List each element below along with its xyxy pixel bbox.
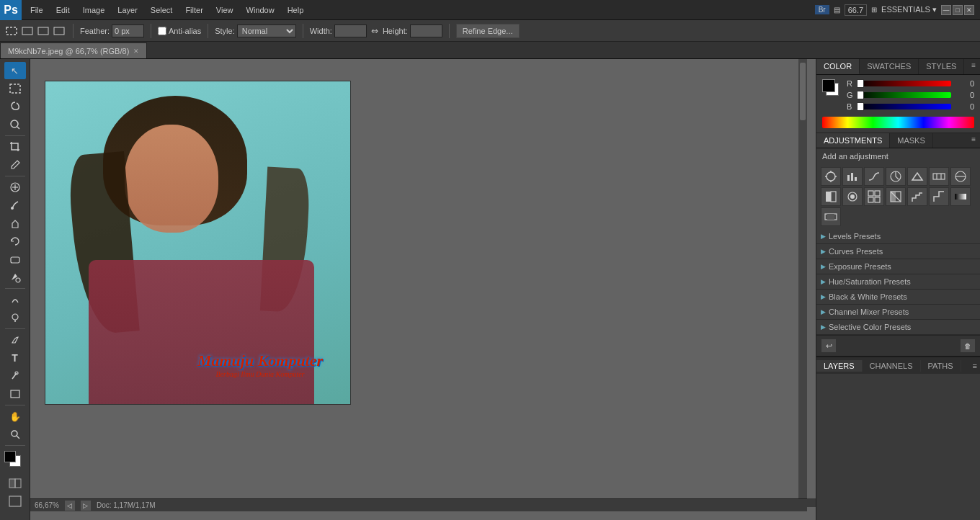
arrange-icon[interactable]: ⊞ — [871, 6, 877, 14]
quick-select-tool[interactable] — [4, 116, 26, 133]
mini-bridge-icon[interactable]: ▤ — [834, 6, 840, 14]
scroll-v[interactable] — [798, 59, 807, 503]
menu-help[interactable]: Help — [282, 4, 310, 16]
document-tab[interactable]: M9kcNb7e.jpeg @ 66,7% (RGB/8) ✕ — [0, 42, 147, 58]
threshold-btn[interactable] — [929, 187, 949, 206]
selective-color-btn[interactable] — [821, 207, 841, 226]
exposure-btn[interactable] — [886, 167, 906, 186]
dodge-tool[interactable] — [4, 309, 26, 326]
minimize-btn[interactable]: — — [941, 5, 951, 15]
swap-dimensions-icon[interactable]: ⇔ — [371, 26, 378, 36]
preset-channel-mixer[interactable]: ▶ Channel Mixer Presets — [816, 305, 980, 320]
hand-tool[interactable]: ✋ — [4, 408, 26, 425]
zoom-stepper-prev[interactable]: ◁ — [65, 501, 75, 511]
tab-color[interactable]: COLOR — [816, 59, 860, 74]
menu-file[interactable]: File — [24, 4, 49, 16]
brightness-contrast-btn[interactable] — [821, 167, 841, 186]
preset-bw[interactable]: ▶ Black & White Presets — [816, 290, 980, 305]
main-layout: ↖ — [0, 59, 980, 520]
tab-styles[interactable]: STYLES — [919, 59, 964, 74]
text-tool[interactable]: T — [4, 349, 26, 367]
menu-image[interactable]: Image — [77, 4, 111, 16]
curves-btn[interactable] — [864, 167, 884, 186]
menu-view[interactable]: View — [210, 4, 239, 16]
tab-layers[interactable]: LAYERS — [816, 360, 863, 372]
b-slider[interactable] — [857, 104, 951, 109]
workspace-label[interactable]: ESSENTIALS ▾ — [881, 5, 937, 14]
pen-tool[interactable] — [4, 331, 26, 349]
zoom-stepper-next[interactable]: ▷ — [81, 501, 91, 511]
shape-tool[interactable] — [4, 385, 26, 403]
preset-hue-sat[interactable]: ▶ Hue/Saturation Presets — [816, 274, 980, 290]
color-spectrum[interactable] — [822, 117, 974, 128]
r-slider[interactable] — [857, 81, 951, 86]
tab-paths[interactable]: PATHS — [921, 360, 961, 372]
menu-edit[interactable]: Edit — [50, 4, 76, 16]
clone-stamp-tool[interactable] — [4, 215, 26, 232]
canvas-image[interactable]: Mamuju Komputer Berbagi Ilmu Dunia Kompu… — [45, 81, 351, 405]
screen-mode-btn[interactable] — [4, 493, 26, 510]
tab-channels[interactable]: CHANNELS — [863, 360, 921, 372]
history-tool[interactable] — [4, 233, 26, 250]
foreground-swatch[interactable] — [4, 451, 16, 462]
tool-sep-3 — [5, 288, 25, 289]
healing-tool[interactable] — [4, 179, 26, 196]
tab-masks[interactable]: MASKS — [890, 133, 933, 148]
lasso-tool[interactable] — [4, 98, 26, 115]
scroll-thumb-v[interactable] — [800, 63, 806, 120]
eyedropper-tool[interactable] — [4, 156, 26, 174]
brush-tool[interactable] — [4, 197, 26, 214]
eraser-tool[interactable] — [4, 251, 26, 268]
color-panel-options[interactable]: ≡ — [967, 59, 980, 74]
menu-select[interactable]: Select — [145, 4, 179, 16]
refine-edge-btn[interactable]: Refine Edge... — [456, 24, 520, 38]
bridge-btn[interactable]: Br — [815, 5, 829, 14]
preset-selective-color[interactable]: ▶ Selective Color Presets — [816, 320, 980, 335]
maximize-btn[interactable]: □ — [953, 5, 963, 15]
menu-layer[interactable]: Layer — [112, 4, 143, 16]
tab-adjustments[interactable]: ADJUSTMENTS — [816, 133, 890, 148]
crop-tool[interactable] — [4, 138, 26, 156]
photo-filter-btn[interactable] — [842, 187, 863, 206]
hue-sat-btn[interactable] — [929, 167, 949, 186]
g-slider[interactable] — [857, 92, 951, 98]
zoom-display[interactable]: 66.7 — [845, 4, 867, 16]
bw-btn[interactable] — [821, 187, 841, 206]
tab-close-icon[interactable]: ✕ — [133, 48, 139, 55]
fg-color-swatch[interactable] — [822, 79, 835, 92]
preset-curves[interactable]: ▶ Curves Presets — [816, 244, 980, 259]
style-select[interactable]: Normal Fixed Ratio Fixed Size — [237, 24, 296, 37]
zoom-tool[interactable] — [4, 426, 26, 443]
preset-exposure[interactable]: ▶ Exposure Presets — [816, 259, 980, 274]
b-thumb[interactable] — [857, 102, 864, 111]
adj-panel-options[interactable]: ≡ — [967, 133, 980, 148]
height-input[interactable] — [410, 24, 442, 37]
adj-delete-btn[interactable]: 🗑 — [960, 339, 976, 353]
blur-tool[interactable] — [4, 291, 26, 308]
move-tool[interactable]: ↖ — [4, 62, 26, 79]
menu-filter[interactable]: Filter — [179, 4, 208, 16]
feather-input[interactable] — [112, 24, 144, 37]
preset-levels[interactable]: ▶ Levels Presets — [816, 229, 980, 244]
channel-mixer-btn[interactable] — [864, 187, 884, 206]
paint-bucket-tool[interactable] — [4, 269, 26, 286]
vibrance-btn[interactable] — [907, 167, 927, 186]
tab-swatches[interactable]: SWATCHES — [860, 59, 919, 74]
path-select-tool[interactable] — [4, 367, 26, 385]
posterize-btn[interactable] — [907, 187, 927, 206]
menu-window[interactable]: Window — [241, 4, 280, 16]
g-thumb[interactable] — [857, 91, 864, 99]
quick-mask-btn[interactable] — [4, 475, 26, 492]
r-thumb[interactable] — [857, 79, 864, 88]
invert-btn[interactable] — [886, 187, 906, 206]
antialiased-checkbox[interactable] — [158, 27, 166, 35]
color-balance-btn[interactable] — [950, 167, 971, 186]
adj-return-btn[interactable]: ↩ — [821, 339, 837, 353]
separator-1 — [73, 24, 74, 38]
gradient-map-btn[interactable] — [950, 187, 971, 206]
layers-options-icon[interactable]: ≡ — [973, 362, 977, 370]
width-input[interactable] — [334, 24, 367, 37]
levels-btn[interactable] — [842, 167, 863, 186]
close-btn[interactable]: ✕ — [964, 5, 974, 15]
marquee-tool[interactable] — [4, 80, 26, 97]
